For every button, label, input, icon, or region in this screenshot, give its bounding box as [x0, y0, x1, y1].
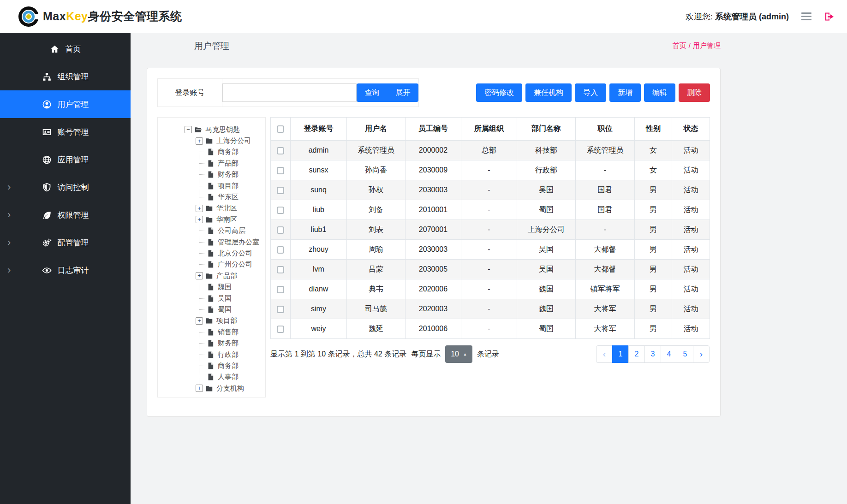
select-all-checkbox[interactable] — [277, 125, 284, 133]
tree-node[interactable]: 商务部 — [199, 147, 264, 158]
delete-button[interactable]: 删除 — [679, 83, 710, 102]
tree-node-label[interactable]: 财务部 — [218, 339, 239, 348]
column-header[interactable]: 状态 — [672, 118, 710, 141]
column-header[interactable]: 登录账号 — [291, 118, 347, 141]
tree-node-label[interactable]: 华南区 — [216, 215, 237, 224]
tree-node-label[interactable]: 广州分公司 — [218, 260, 252, 269]
tree-node-label[interactable]: 项目部 — [218, 182, 239, 190]
change-password-button[interactable]: 密码修改 — [476, 83, 522, 102]
page-button-5[interactable]: 5 — [677, 345, 693, 363]
tree-node[interactable]: 财务部 — [199, 338, 264, 349]
tree-node[interactable]: 广州分公司 — [199, 259, 264, 270]
tree-node-label[interactable]: 华北区 — [216, 204, 237, 213]
tree-node[interactable]: 财务部 — [199, 169, 264, 180]
page-button-1[interactable]: 1 — [612, 345, 629, 363]
sidebar-item-permission[interactable]: ›权限管理 — [0, 201, 131, 229]
row-checkbox[interactable] — [277, 187, 284, 194]
edit-button[interactable]: 编辑 — [644, 83, 675, 102]
tree-node-label[interactable]: 魏国 — [218, 283, 232, 291]
tree-node-label[interactable]: 公司高层 — [218, 226, 245, 235]
tree-node-label[interactable]: 销售部 — [218, 328, 239, 337]
row-checkbox[interactable] — [277, 286, 284, 293]
tree-node[interactable]: +华北区 — [199, 203, 264, 214]
tree-node[interactable]: 商务部 — [199, 360, 264, 371]
tree-node-label[interactable]: 人事部 — [218, 373, 239, 381]
tree-expand-toggle[interactable]: + — [196, 216, 203, 223]
per-page-select[interactable]: 10 ▲ — [445, 345, 472, 363]
page-button-4[interactable]: 4 — [661, 345, 677, 363]
column-header[interactable]: 性别 — [635, 118, 672, 141]
sidebar-item-home[interactable]: 首页 — [0, 35, 131, 63]
tree-node[interactable]: 管理层办公室 — [199, 237, 264, 248]
add-button[interactable]: 新增 — [609, 83, 641, 102]
row-checkbox[interactable] — [277, 326, 284, 333]
tree-node-label[interactable]: 项目部 — [216, 316, 237, 325]
import-button[interactable]: 导入 — [575, 83, 606, 102]
tree-expand-toggle[interactable]: + — [196, 317, 203, 325]
row-checkbox[interactable] — [277, 306, 284, 313]
tree-node[interactable]: +华南区 — [199, 214, 264, 225]
tree-node-label[interactable]: 管理层办公室 — [218, 238, 259, 247]
concurrent-org-button[interactable]: 兼任机构 — [525, 83, 572, 102]
sidebar-item-config[interactable]: ›配置管理 — [0, 229, 131, 256]
tree-node-label[interactable]: 产品部 — [218, 159, 239, 168]
tree-node[interactable]: 魏国 — [199, 281, 264, 292]
tree-node-label[interactable]: 北京分公司 — [218, 249, 252, 258]
tree-node-label[interactable]: 产品部 — [216, 272, 237, 280]
column-header[interactable]: 部门名称 — [517, 118, 576, 141]
tree-node[interactable]: +项目部 — [199, 315, 264, 326]
page-button-2[interactable]: 2 — [628, 345, 645, 363]
tree-expand-toggle[interactable]: + — [196, 272, 203, 279]
tree-node[interactable]: 产品部 — [199, 158, 264, 169]
tree-node-label[interactable]: 马克思钥匙 — [205, 125, 240, 134]
row-checkbox[interactable] — [277, 246, 284, 254]
row-checkbox[interactable] — [277, 226, 284, 234]
tree-node-label[interactable]: 商务部 — [218, 148, 239, 156]
prev-page-button[interactable]: ‹ — [596, 345, 613, 363]
tree-node-label[interactable]: 上海分公司 — [216, 136, 251, 145]
column-header[interactable]: 员工编号 — [406, 118, 461, 141]
page-button-3[interactable]: 3 — [644, 345, 661, 363]
tree-node[interactable]: +产品部 — [199, 270, 264, 281]
row-checkbox[interactable] — [277, 207, 284, 214]
tree-node[interactable]: +上海分公司 — [199, 135, 264, 146]
tree-expand-toggle[interactable]: + — [196, 137, 203, 145]
tree-node-label[interactable]: 财务部 — [218, 170, 239, 179]
sign-out-icon[interactable] — [824, 11, 835, 22]
sidebar-item-app[interactable]: 应用管理 — [0, 146, 131, 173]
expand-button[interactable]: 展开 — [388, 83, 418, 102]
column-header[interactable]: 用户名 — [347, 118, 406, 141]
tree-node[interactable]: +分支机构 — [199, 383, 264, 394]
next-page-button[interactable]: › — [693, 345, 710, 363]
tree-node[interactable]: 公司高层 — [199, 225, 264, 237]
tree-expand-toggle[interactable]: + — [196, 385, 203, 392]
tree-root-node[interactable]: −马克思钥匙 — [185, 124, 264, 135]
column-header[interactable]: 所属组织 — [461, 118, 517, 141]
column-header[interactable]: 职位 — [576, 118, 635, 141]
tree-collapse-toggle[interactable]: − — [185, 126, 192, 133]
breadcrumb-home-link[interactable]: 首页 — [673, 42, 686, 49]
tree-node-label[interactable]: 吴国 — [218, 294, 232, 303]
tree-node-label[interactable]: 行政部 — [218, 350, 239, 359]
search-input[interactable] — [222, 83, 357, 102]
tree-node[interactable]: 吴国 — [199, 293, 264, 304]
tree-node-label[interactable]: 蜀国 — [218, 305, 232, 314]
sidebar-item-audit[interactable]: ›日志审计 — [0, 256, 131, 284]
sidebar-item-user[interactable]: 用户管理 — [0, 90, 131, 118]
tree-node-label[interactable]: 分支机构 — [216, 384, 244, 393]
tree-node[interactable]: 行政部 — [199, 349, 264, 360]
query-button[interactable]: 查询 — [357, 83, 388, 102]
sidebar-item-access[interactable]: ›访问控制 — [0, 173, 131, 201]
row-checkbox[interactable] — [277, 147, 284, 154]
tree-node[interactable]: 销售部 — [199, 326, 264, 338]
sidebar-item-org[interactable]: 组织管理 — [0, 63, 131, 90]
tree-node[interactable]: 蜀国 — [199, 304, 264, 315]
hamburger-menu-icon[interactable] — [801, 12, 812, 21]
tree-node-label[interactable]: 商务部 — [218, 362, 239, 370]
tree-node[interactable]: 华东区 — [199, 191, 264, 202]
tree-node[interactable]: 项目部 — [199, 180, 264, 191]
tree-expand-toggle[interactable]: + — [196, 205, 203, 212]
app-logo[interactable]: MaxKey身份安全管理系统 — [18, 6, 182, 27]
tree-node-label[interactable]: 华东区 — [218, 193, 239, 202]
tree-node[interactable]: 北京分公司 — [199, 248, 264, 259]
